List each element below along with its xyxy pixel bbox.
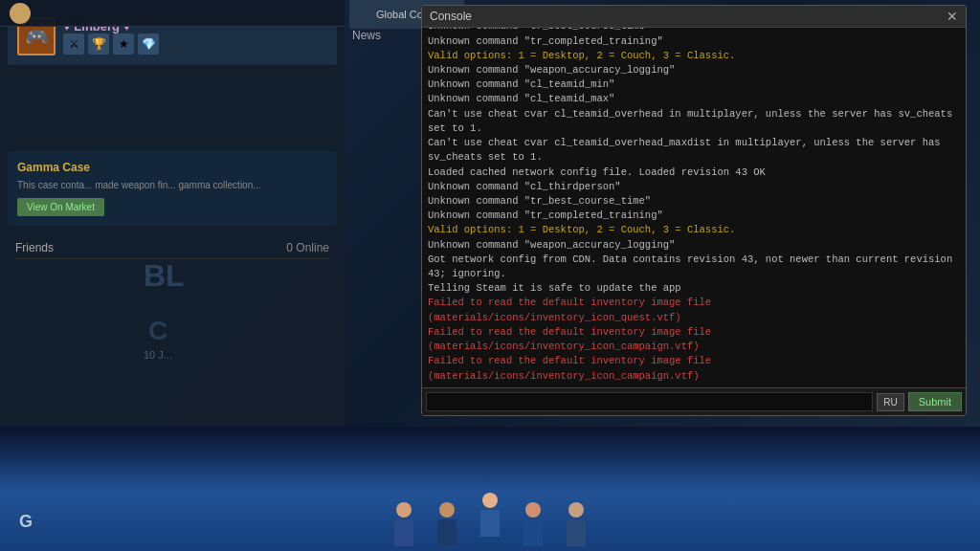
console-title: Console <box>430 10 472 23</box>
console-input[interactable] <box>426 392 873 411</box>
friends-label: Friends <box>15 241 54 254</box>
head-4 <box>525 502 541 518</box>
console-line: Can't use cheat cvar cl_teamid_overhead … <box>428 107 960 136</box>
bl-decoration: BL <box>144 258 185 294</box>
head-2 <box>439 502 455 518</box>
date-text: 10 J... <box>144 349 172 361</box>
top-nav-bar <box>0 0 345 27</box>
console-line: Unknown command "weapon_accuracy_logging… <box>428 238 960 253</box>
case-panel: Gamma Case This case conta... made weapo… <box>8 151 337 226</box>
profile-icon-1: ⚔ <box>63 33 84 55</box>
console-line: Failed to read the default inventory ima… <box>428 354 960 383</box>
profile-icon-4: 💎 <box>138 33 159 55</box>
team-photo: G <box>0 427 980 551</box>
body-1 <box>394 519 413 546</box>
console-line: Failed to read the default inventory ima… <box>428 296 960 324</box>
console-line: Telling Steam it is safe to update the a… <box>428 281 960 296</box>
head-5 <box>568 502 584 518</box>
console-line: Can't use cheat cvar cl_teamid_overhead_… <box>428 136 960 165</box>
team-logo: G <box>19 512 33 532</box>
person-3 <box>476 493 504 537</box>
head-1 <box>396 502 412 518</box>
console-line: Unknown command "tr_completed_training" <box>428 34 960 49</box>
console-titlebar: Console ✕ <box>422 6 966 28</box>
bottom-image: G <box>0 427 980 551</box>
body-2 <box>437 519 457 546</box>
online-count: 0 Online <box>286 241 329 254</box>
body-3 <box>480 510 500 537</box>
console-line: Unknown command "cl_thirdperson" <box>428 180 960 194</box>
c-decoration: C <box>148 316 167 346</box>
profile-icons: ⚔ 🏆 ★ 💎 <box>63 33 159 55</box>
profile-icon-2: 🏆 <box>88 33 109 55</box>
console-line: Unknown command "cl_teamid_max" <box>428 92 960 106</box>
submit-button[interactable]: Submit <box>908 392 962 411</box>
person-4 <box>519 502 547 546</box>
view-market-button[interactable]: View On Market <box>17 198 104 216</box>
news-label: News <box>352 29 381 42</box>
person-5 <box>562 502 590 546</box>
friends-header: Friends 0 Online <box>15 241 329 259</box>
close-button[interactable]: ✕ <box>947 10 958 23</box>
console-output[interactable]: --- Missing Vgui material vgui/store/but… <box>422 28 966 387</box>
console-line: Valid options: 1 = Desktop, 2 = Couch, 3… <box>428 223 960 237</box>
profile-icon-3: ★ <box>113 33 134 55</box>
console-line: Loaded cached network config file. Loade… <box>428 165 960 180</box>
language-button[interactable]: RU <box>877 393 903 411</box>
console-line: Valid options: 1 = Desktop, 2 = Couch, 3… <box>428 49 960 63</box>
console-window: Console ✕ --- Missing Vgui material vgui… <box>421 5 967 416</box>
body-4 <box>523 519 543 546</box>
team-figures <box>390 493 590 546</box>
body-5 <box>567 519 586 546</box>
console-line: Failed to read the default inventory ima… <box>428 325 960 354</box>
console-line: Unknown command "tr_completed_training" <box>428 209 960 223</box>
case-description: This case conta... made weapon fin... ga… <box>17 179 327 192</box>
console-line: Got network config from CDN. Data contai… <box>428 253 960 281</box>
nav-icon <box>10 3 31 24</box>
head-3 <box>482 493 498 508</box>
case-title: Gamma Case <box>17 161 327 174</box>
console-input-bar: RU Submit <box>422 387 966 415</box>
console-line: Unknown command "cl_teamid_min" <box>428 77 960 92</box>
console-line: Unknown command "weapon_accuracy_logging… <box>428 63 960 77</box>
console-line: Unknown command "tr_best_course_time" <box>428 194 960 209</box>
person-2 <box>433 502 461 546</box>
person-1 <box>390 502 418 546</box>
